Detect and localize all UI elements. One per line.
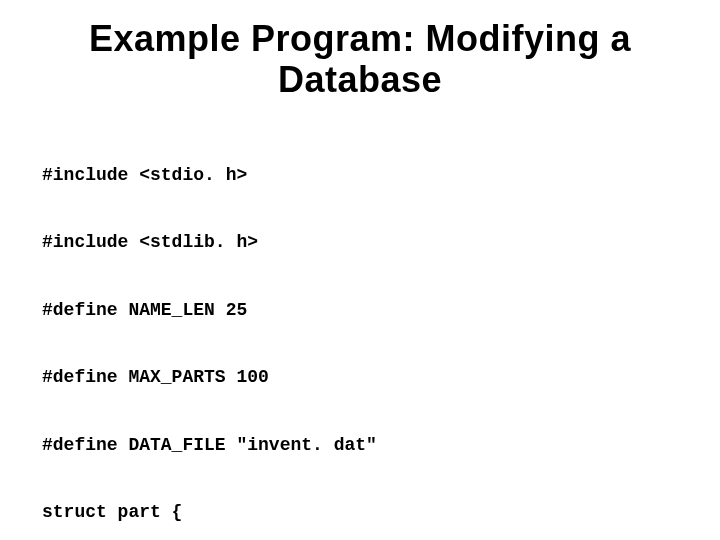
code-block: #include <stdio. h> #include <stdlib. h>… — [40, 119, 680, 540]
code-line: #define NAME_LEN 25 — [42, 299, 680, 322]
code-line: #include <stdlib. h> — [42, 231, 680, 254]
code-line: struct part { — [42, 501, 680, 524]
slide: Example Program: Modifying a Database #i… — [0, 0, 720, 540]
code-line: #define DATA_FILE "invent. dat" — [42, 434, 680, 457]
slide-title: Example Program: Modifying a Database — [40, 18, 680, 101]
code-line: #define MAX_PARTS 100 — [42, 366, 680, 389]
code-line: #include <stdio. h> — [42, 164, 680, 187]
